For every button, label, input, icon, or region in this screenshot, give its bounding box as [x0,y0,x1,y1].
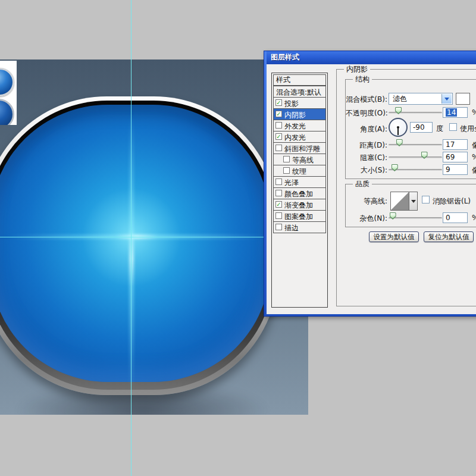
styles-item-outer-glow[interactable]: 外发光 [273,120,326,131]
styles-item-bevel-emboss[interactable]: 斜面和浮雕 [273,142,326,154]
blend-mode-value: 滤色 [393,95,407,103]
blend-mode-select[interactable]: 滤色 [389,93,453,105]
contour-thumbnail[interactable] [390,192,409,211]
styles-item-contour[interactable]: 等高线 [273,154,326,165]
size-label: 大小(S): [346,165,387,176]
styles-item-blending-options[interactable]: 混合选项:默认 [273,86,326,98]
dialog-body: 样式 混合选项:默认 ✓投影 ✓内阴影 外发光 ✓内发光 斜面和浮雕 等高线 纹… [267,64,476,314]
choke-slider-thumb[interactable] [421,152,428,159]
angle-unit: 度 [436,124,443,134]
distance-unit: 像素 [472,140,476,151]
quality-group: 品质 等高线: 消除锯齿(L) 杂色(N): 0 % [345,184,476,227]
dialog-title: 图层样式 [271,53,299,61]
shadow-color-swatch[interactable] [456,93,470,105]
checkbox-icon[interactable] [275,212,282,219]
panel-title: 内阴影 [344,65,370,73]
anti-alias-label: 消除锯齿(L) [433,196,471,206]
styles-item-pattern-overlay[interactable]: 图案叠加 [273,210,326,222]
styles-item-gradient-overlay[interactable]: ✓渐变叠加 [273,199,326,211]
angle-center-dot [397,126,399,129]
choke-input[interactable]: 69 [443,152,468,162]
use-global-light-label: 使用全局光 [460,124,476,134]
distance-slider-thumb[interactable] [396,139,403,146]
noise-slider[interactable] [389,217,442,219]
checkbox-icon[interactable] [275,224,282,230]
size-input[interactable]: 9 [443,164,468,175]
noise-unit: % [472,214,476,222]
layer-style-dialog: 图层样式 样式 混合选项:默认 ✓投影 ✓内阴影 外发光 ✓内发光 斜面和浮雕 … [264,51,476,317]
contour-picker-arrow-icon[interactable] [409,192,418,211]
choke-label: 阻塞(C): [346,153,387,163]
horizontal-guide[interactable] [0,237,268,237]
anti-alias-checkbox[interactable] [422,196,430,203]
checkbox-icon[interactable]: ✓ [275,99,282,106]
structure-title: 结构 [353,75,372,83]
choke-slider[interactable] [389,156,442,158]
opacity-input[interactable]: 14 [443,107,468,118]
noise-label: 杂色(N): [346,214,387,224]
distance-input[interactable]: 17 [443,139,468,150]
checkbox-icon[interactable] [283,167,290,174]
checkbox-icon[interactable] [275,122,282,129]
styles-item-satin[interactable]: 光泽 [273,176,326,188]
checkbox-icon[interactable] [275,178,282,185]
opacity-slider-thumb[interactable] [395,107,402,114]
inner-shadow-panel: 内阴影 结构 混合模式(B): 滤色 不透明度(O): 14 % 角度(A): [336,69,476,306]
checkbox-icon[interactable]: ✓ [275,111,282,117]
styles-header[interactable]: 样式 [273,74,326,86]
make-default-button[interactable]: 设置为默认值 [369,231,419,242]
styles-rows: 混合选项:默认 ✓投影 ✓内阴影 外发光 ✓内发光 斜面和浮雕 等高线 纹理 光… [272,86,327,233]
chevron-down-icon[interactable] [441,94,452,104]
styles-item-inner-glow[interactable]: ✓内发光 [273,131,326,143]
angle-input[interactable]: -90 [410,122,433,133]
noise-slider-thumb[interactable] [390,212,396,220]
styles-item-inner-shadow[interactable]: ✓内阴影 [273,108,326,120]
checkbox-icon[interactable]: ✓ [275,201,282,208]
vertical-guide[interactable] [131,0,131,476]
checkbox-icon[interactable] [283,156,290,162]
quality-title: 品质 [353,180,372,188]
choke-unit: % [472,153,476,161]
distance-label: 距离(D): [346,140,387,151]
structure-group: 结构 混合模式(B): 滤色 不透明度(O): 14 % 角度(A): -90 [345,79,476,179]
styles-list: 样式 混合选项:默认 ✓投影 ✓内阴影 外发光 ✓内发光 斜面和浮雕 等高线 纹… [271,73,328,308]
size-slider-thumb[interactable] [392,164,398,171]
photoshop-workspace: 图层样式 样式 混合选项:默认 ✓投影 ✓内阴影 外发光 ✓内发光 斜面和浮雕 … [0,0,476,476]
vertical-flare [129,113,134,393]
dialog-titlebar[interactable]: 图层样式 [267,51,476,64]
noise-input[interactable]: 0 [443,212,468,223]
checkbox-icon[interactable] [275,190,282,196]
styles-item-texture[interactable]: 纹理 [273,165,326,177]
checkbox-icon[interactable] [275,145,282,151]
angle-label: 角度(A): [346,124,387,134]
contour-label: 等高线: [346,196,387,206]
styles-item-stroke[interactable]: 描边 [273,221,326,233]
size-unit: 像素 [472,165,476,176]
styles-item-drop-shadow[interactable]: ✓投影 [273,97,326,109]
thumbnail-orb2-icon [0,99,14,125]
use-global-light-checkbox[interactable] [449,123,457,131]
opacity-label: 不透明度(O): [346,108,387,118]
checkbox-icon[interactable]: ✓ [275,133,282,140]
corner-thumbnail-image [0,61,17,125]
opacity-unit: % [472,108,476,117]
styles-item-color-overlay[interactable]: 颜色叠加 [273,187,326,199]
thumbnail-orb-icon [0,68,14,96]
blend-mode-label: 混合模式(B): [346,95,387,105]
angle-dial[interactable] [389,118,408,137]
reset-default-button[interactable]: 复位为默认值 [424,231,474,242]
